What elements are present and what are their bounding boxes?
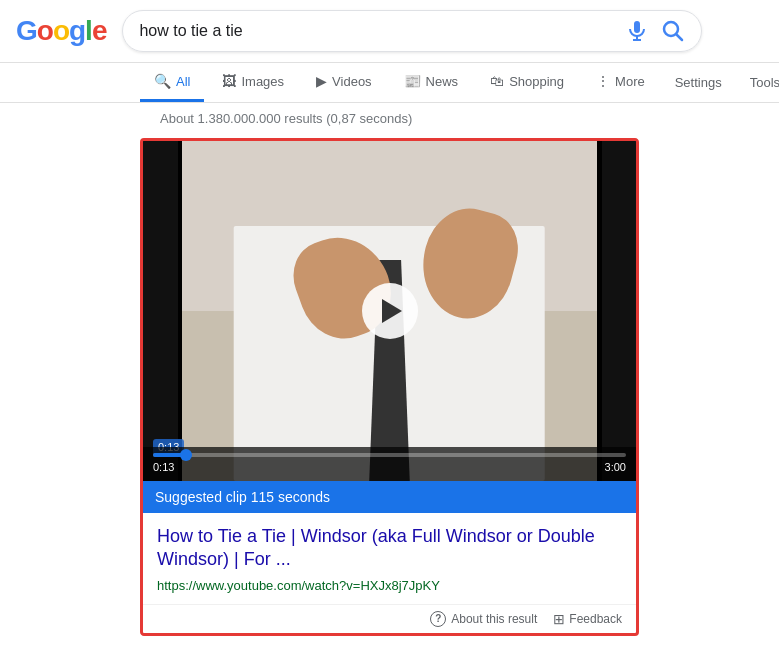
result-info: How to Tie a Tie | Windsor (aka Full Win… <box>143 513 636 604</box>
mic-icon[interactable] <box>625 19 649 43</box>
shopping-icon: 🛍 <box>490 73 504 89</box>
result-title[interactable]: How to Tie a Tie | Windsor (aka Full Win… <box>157 525 622 572</box>
tab-images[interactable]: 🖼 Images <box>208 63 298 102</box>
nav-tabs: 🔍 All 🖼 Images ▶ Videos 📰 News 🛍 Shoppin… <box>0 63 779 103</box>
result-footer: ? About this result ⊞ Feedback <box>143 604 636 633</box>
tab-videos[interactable]: ▶ Videos <box>302 63 386 102</box>
search-bar <box>122 10 702 52</box>
play-triangle-icon <box>382 299 402 323</box>
result-stats: About 1.380.000.000 results (0,87 second… <box>0 103 779 134</box>
svg-rect-0 <box>634 21 640 33</box>
main-content: 0:13 0:13 3:00 Suggested clip 115 second… <box>0 134 779 656</box>
header: Google <box>0 0 779 63</box>
result-url: https://www.youtube.com/watch?v=HXJx8j7J… <box>157 578 440 593</box>
suggested-clip-banner: Suggested clip 115 seconds <box>143 481 636 513</box>
feedback-icon: ⊞ <box>553 611 565 627</box>
svg-line-4 <box>677 35 683 41</box>
videos-icon: ▶ <box>316 73 327 89</box>
tab-shopping[interactable]: 🛍 Shopping <box>476 63 578 102</box>
tab-all[interactable]: 🔍 All <box>140 63 204 102</box>
info-icon: ? <box>430 611 446 627</box>
video-player[interactable]: 0:13 0:13 3:00 <box>143 141 636 481</box>
progress-bar[interactable] <box>153 453 626 457</box>
tools-link[interactable]: Tools <box>738 65 779 100</box>
time-display: 0:13 3:00 <box>153 461 626 473</box>
settings-link[interactable]: Settings <box>663 65 734 100</box>
tab-news[interactable]: 📰 News <box>390 63 473 102</box>
progress-dot <box>180 449 192 461</box>
total-time: 3:00 <box>605 461 626 473</box>
about-result[interactable]: ? About this result <box>430 611 537 627</box>
current-time: 0:13 <box>153 461 174 473</box>
images-icon: 🖼 <box>222 73 236 89</box>
nav-right: Settings Tools <box>663 65 779 100</box>
all-icon: 🔍 <box>154 73 171 89</box>
play-button[interactable] <box>362 283 418 339</box>
video-controls: 0:13 3:00 <box>143 447 636 481</box>
video-result-card: 0:13 0:13 3:00 Suggested clip 115 second… <box>140 138 639 636</box>
search-icon[interactable] <box>661 19 685 43</box>
more-dots-icon: ⋮ <box>596 73 610 89</box>
tab-more[interactable]: ⋮ More <box>582 63 659 102</box>
search-input[interactable] <box>139 22 617 40</box>
google-logo: Google <box>16 15 106 47</box>
feedback-link[interactable]: ⊞ Feedback <box>553 611 622 627</box>
news-icon: 📰 <box>404 73 421 89</box>
